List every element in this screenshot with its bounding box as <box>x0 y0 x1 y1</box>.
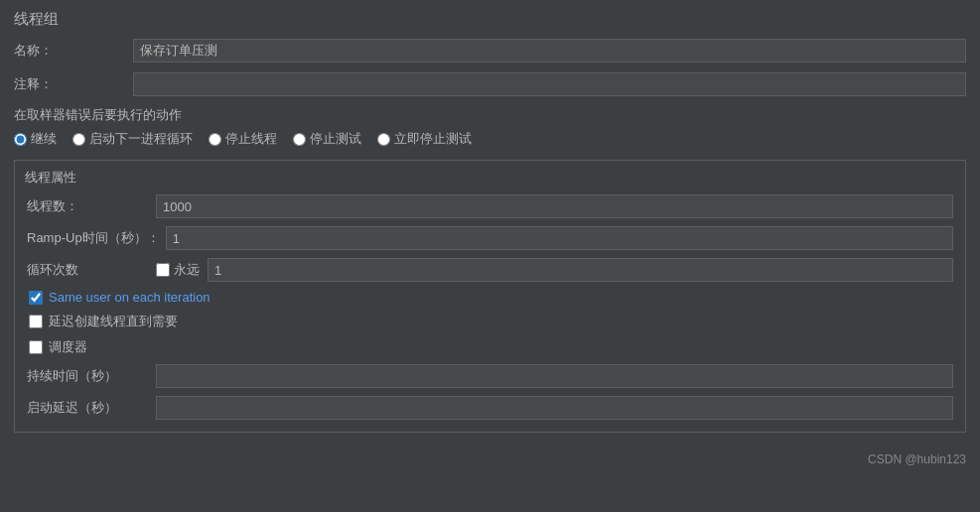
radio-continue-label: 继续 <box>31 130 57 148</box>
loop-count-input[interactable] <box>208 258 953 282</box>
start-delay-row: 启动延迟（秒） <box>27 396 953 420</box>
duration-label: 持续时间（秒） <box>27 367 156 385</box>
radio-group: 继续 启动下一进程循环 停止线程 停止测试 立即停止测试 <box>14 130 966 148</box>
duration-row: 持续时间（秒） <box>27 364 953 388</box>
delay-create-label[interactable]: 延迟创建线程直到需要 <box>49 313 178 330</box>
start-delay-input[interactable] <box>156 396 953 420</box>
same-user-row: Same user on each iteration <box>27 290 953 305</box>
duration-input[interactable] <box>156 364 953 388</box>
forever-label: 永远 <box>174 261 200 279</box>
start-delay-label: 启动延迟（秒） <box>27 399 156 417</box>
radio-stop-thread-label: 停止线程 <box>225 130 277 148</box>
forever-checkbox[interactable] <box>156 263 170 277</box>
loop-count-label: 循环次数 <box>27 261 156 279</box>
comment-label: 注释： <box>14 75 133 93</box>
thread-props-section: 线程属性 线程数： Ramp-Up时间（秒）： 循环次数 永远 Same use… <box>14 160 966 433</box>
delay-create-checkbox[interactable] <box>29 315 43 328</box>
same-user-label[interactable]: Same user on each iteration <box>49 290 210 305</box>
sampler-error-section: 在取样器错误后要执行的动作 继续 启动下一进程循环 停止线程 停止测试 立即停止… <box>14 106 966 148</box>
radio-stop-test-input[interactable] <box>293 133 306 146</box>
radio-start-next-loop-label: 启动下一进程循环 <box>89 130 193 148</box>
comment-input[interactable] <box>133 72 966 96</box>
watermark: CSDN @hubin123 <box>14 452 966 466</box>
scheduler-label[interactable]: 调度器 <box>49 338 87 356</box>
radio-stop-test[interactable]: 停止测试 <box>293 130 361 148</box>
radio-continue[interactable]: 继续 <box>14 130 57 148</box>
radio-stop-thread-input[interactable] <box>209 133 221 146</box>
sampler-error-title: 在取样器错误后要执行的动作 <box>14 106 966 124</box>
delay-create-row: 延迟创建线程直到需要 <box>27 313 953 330</box>
rampup-row: Ramp-Up时间（秒）： <box>27 226 953 250</box>
name-input[interactable] <box>133 39 966 63</box>
radio-stop-thread[interactable]: 停止线程 <box>209 130 277 148</box>
name-label: 名称： <box>14 42 133 60</box>
rampup-label: Ramp-Up时间（秒）： <box>27 229 166 247</box>
thread-count-label: 线程数： <box>27 197 156 215</box>
forever-wrap: 永远 <box>156 261 200 279</box>
radio-start-next-loop-input[interactable] <box>72 133 85 146</box>
radio-stop-test-label: 停止测试 <box>310 130 361 148</box>
name-row: 名称： <box>14 39 966 63</box>
main-title: 线程组 <box>14 10 966 29</box>
scheduler-checkbox[interactable] <box>29 340 43 354</box>
thread-count-input[interactable] <box>156 194 953 218</box>
loop-count-row: 循环次数 永远 <box>27 258 953 282</box>
thread-count-row: 线程数： <box>27 194 953 218</box>
radio-stop-test-now[interactable]: 立即停止测试 <box>377 130 472 148</box>
comment-row: 注释： <box>14 72 966 96</box>
rampup-input[interactable] <box>166 226 953 250</box>
scheduler-row: 调度器 <box>27 338 953 356</box>
main-container: 线程组 名称： 注释： 在取样器错误后要执行的动作 继续 启动下一进程循环 停止… <box>14 10 966 466</box>
thread-props-title: 线程属性 <box>25 169 953 187</box>
radio-start-next-loop[interactable]: 启动下一进程循环 <box>72 130 193 148</box>
radio-continue-input[interactable] <box>14 133 27 146</box>
radio-stop-test-now-label: 立即停止测试 <box>394 130 472 148</box>
same-user-checkbox[interactable] <box>29 291 43 305</box>
radio-stop-test-now-input[interactable] <box>377 133 390 146</box>
